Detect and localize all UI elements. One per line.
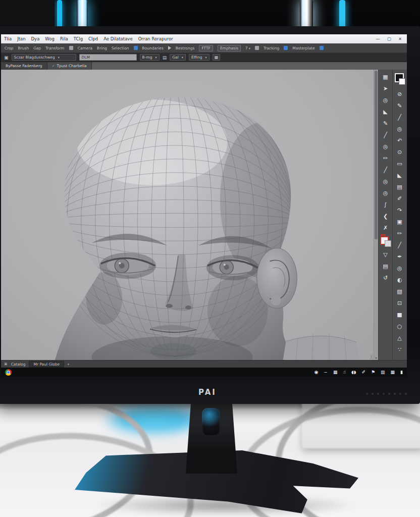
- page-icon[interactable]: ▤: [163, 55, 167, 60]
- pointer-hand-icon[interactable]: ☝: [343, 368, 345, 377]
- document-info-chip[interactable]: Mr Paul Globe: [29, 361, 64, 368]
- grid-large-icon[interactable]: ▦: [391, 368, 395, 377]
- toolbar-button[interactable]: Gap: [33, 46, 41, 50]
- zoom-icon[interactable]: ◎: [393, 263, 406, 274]
- hook-tool-icon[interactable]: ∫: [379, 199, 392, 211]
- battery-icon[interactable]: ▮: [400, 368, 403, 377]
- brush-icon[interactable]: ✎: [379, 118, 392, 129]
- frame-icon[interactable]: ▭: [393, 158, 406, 170]
- menu-item[interactable]: Ae Dilatatave: [103, 36, 132, 41]
- toolbar-button[interactable]: Masterplate: [292, 46, 315, 50]
- zoom-icon[interactable]: ◎: [393, 123, 406, 135]
- mask-circle-icon[interactable]: ◐: [393, 274, 406, 286]
- toolbar-button[interactable]: Crop: [5, 46, 14, 50]
- panel-icon[interactable]: ▣: [393, 216, 406, 228]
- chrome-browser-icon[interactable]: [5, 369, 12, 376]
- effect-dropdown[interactable]: Effing ▾: [189, 54, 209, 61]
- grid-toggle-icon[interactable]: ▦: [213, 54, 221, 61]
- close-button[interactable]: ✕: [398, 36, 402, 41]
- wedge-brush-icon[interactable]: ◣: [379, 106, 392, 118]
- scrollbar-thumb[interactable]: [375, 71, 378, 239]
- menu-item[interactable]: Dya: [31, 36, 40, 41]
- toolbar-button[interactable]: Tracking: [264, 46, 279, 50]
- undo-arrow-icon[interactable]: ↶: [393, 135, 406, 146]
- pen-icon[interactable]: ✐: [393, 193, 406, 204]
- locked-frame-icon[interactable]: ⊡: [393, 297, 406, 309]
- dots-menu-icon[interactable]: ∵: [393, 344, 406, 355]
- move-cursor-icon[interactable]: ➤: [379, 83, 392, 94]
- pattern-square-icon[interactable]: ▧: [393, 286, 406, 297]
- blend-dropdown[interactable]: B-mg ▾: [140, 54, 160, 61]
- history-icon[interactable]: ↺: [379, 272, 392, 284]
- blue-panel-icon[interactable]: [134, 46, 138, 50]
- pencil-icon[interactable]: ✏: [393, 228, 406, 239]
- selected-color-swatch[interactable]: [379, 234, 392, 249]
- preset-dropdown[interactable]: Sczar Blagdusschweg ▾: [12, 54, 76, 61]
- zoom-icon[interactable]: ◎: [379, 176, 392, 187]
- clipboard-icon[interactable]: ▤: [393, 181, 406, 193]
- foreground-background-swatch[interactable]: [393, 71, 406, 88]
- toolbar-icon[interactable]: [69, 46, 73, 50]
- dash-icon[interactable]: −: [324, 368, 328, 377]
- grid-small-icon[interactable]: ▥: [381, 368, 385, 377]
- nib-pen-icon[interactable]: ✒: [393, 251, 406, 263]
- window-grid-icon[interactable]: ▦: [333, 368, 338, 377]
- list-panel-icon[interactable]: ▤: [379, 261, 392, 272]
- zoom-icon[interactable]: ◎: [379, 141, 392, 152]
- toolbar-dropdown[interactable]: 7▾: [245, 46, 250, 50]
- flag-icon[interactable]: ⚑: [371, 368, 375, 377]
- toolbar-button[interactable]: Boundaries: [142, 46, 164, 50]
- funnel-tool-icon[interactable]: ▽: [379, 249, 392, 261]
- cross-brush-icon[interactable]: ✗: [379, 222, 392, 234]
- mode-dropdown[interactable]: Gal ▾: [170, 54, 186, 61]
- menu-item[interactable]: Wog: [45, 36, 55, 41]
- contrast-icon[interactable]: ◖◗: [351, 368, 356, 377]
- brush-icon[interactable]: ✎: [393, 100, 406, 112]
- scroll-down-arrow-icon[interactable]: ▾: [374, 356, 378, 359]
- document-tab-active[interactable]: ByPasse Fadenberg: [1, 62, 47, 70]
- vertical-scrollbar[interactable]: ▾: [374, 70, 378, 360]
- minimize-button[interactable]: —: [376, 36, 380, 41]
- pencil-icon[interactable]: ✏: [379, 152, 392, 164]
- stroke-line-icon[interactable]: ╱: [379, 164, 392, 176]
- circle-shape-icon[interactable]: ○: [393, 321, 406, 332]
- chevron-tool-icon[interactable]: ❮: [379, 211, 392, 222]
- menu-item[interactable]: Clpd: [88, 36, 98, 41]
- toolbar-button[interactable]: Bring: [97, 46, 107, 50]
- zoom-icon[interactable]: ◎: [379, 94, 392, 106]
- user-globe-icon[interactable]: ◉: [314, 368, 319, 377]
- viewport-canvas[interactable]: ╳: [1, 70, 374, 360]
- toolbar-button[interactable]: FTTF: [199, 45, 213, 51]
- document-tab[interactable]: ✓ Tpust Charbella: [47, 62, 92, 70]
- pattern-tool-icon[interactable]: ▦: [379, 71, 392, 83]
- target-icon[interactable]: ⊙: [393, 146, 406, 158]
- toolbar-button[interactable]: Emphasis: [218, 45, 241, 51]
- eject-icon[interactable]: △: [393, 332, 406, 344]
- blue-panel-icon[interactable]: [284, 46, 288, 50]
- pen-tray-icon[interactable]: ✐: [361, 368, 365, 377]
- filled-square-icon[interactable]: ■: [393, 309, 406, 321]
- stroke-line-icon[interactable]: ╱: [379, 129, 392, 141]
- toolbar-button[interactable]: Bestrongs: [176, 46, 195, 50]
- maximize-button[interactable]: ▢: [387, 36, 391, 41]
- value-input[interactable]: DLM: [79, 54, 137, 61]
- menu-item[interactable]: Tlia: [4, 36, 12, 41]
- menu-item[interactable]: Jtan: [17, 36, 25, 41]
- zoom-icon[interactable]: ◎: [379, 187, 392, 199]
- toolbar-button[interactable]: Transform: [45, 46, 64, 50]
- stroke-line-icon[interactable]: ╱: [393, 239, 406, 251]
- monitor-control-buttons[interactable]: [366, 393, 407, 395]
- eyedropper-icon[interactable]: ⊘: [393, 88, 406, 100]
- wedge-brush-icon[interactable]: ◣: [393, 170, 406, 181]
- menu-item[interactable]: Rila: [60, 36, 68, 41]
- menu-item[interactable]: TClg: [74, 36, 83, 41]
- toolbar-button[interactable]: Selection: [112, 46, 129, 50]
- toolbar-button[interactable]: Camera: [78, 46, 92, 50]
- toolbar-button[interactable]: Brush: [18, 46, 29, 50]
- play-icon[interactable]: [168, 46, 171, 50]
- redo-arrow-icon[interactable]: ↷: [393, 204, 406, 216]
- blue-panel-icon[interactable]: [320, 46, 324, 50]
- stroke-line-icon[interactable]: ╱: [393, 112, 406, 123]
- document-icon[interactable]: [255, 46, 259, 50]
- menu-item[interactable]: Orran Rorapuror: [138, 36, 173, 41]
